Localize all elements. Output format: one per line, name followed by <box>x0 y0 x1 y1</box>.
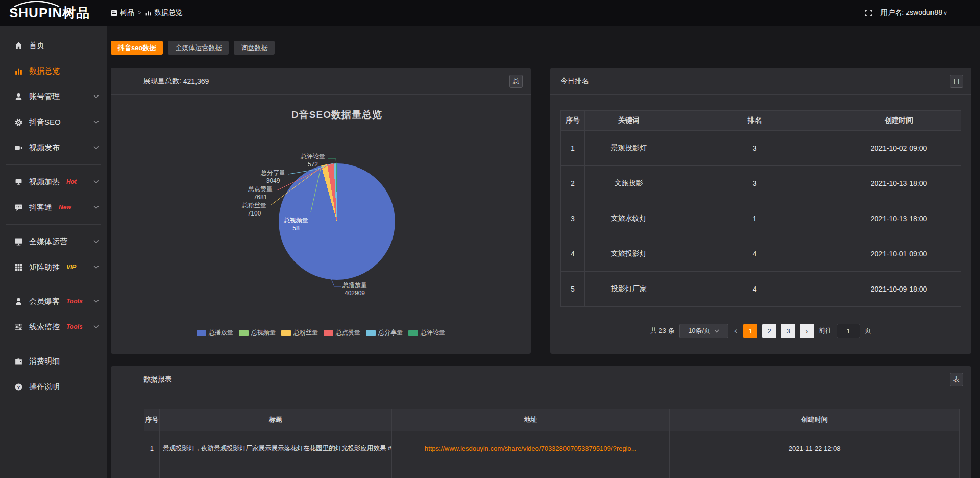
cell-index: 4 <box>561 236 585 272</box>
goto-page-input[interactable] <box>837 324 860 338</box>
table-row: 1景观投影灯32021-10-02 09:00 <box>561 131 961 166</box>
pie-label-value: 572 <box>287 160 338 169</box>
prev-page-button[interactable]: ‹ <box>733 326 739 336</box>
sidebar-item-video-heating[interactable]: 视频加热Hot <box>0 169 107 195</box>
fullscreen-icon[interactable] <box>865 9 872 17</box>
legend-item[interactable]: 总点赞量 <box>324 328 360 337</box>
page-button-2[interactable]: 2 <box>762 324 776 338</box>
video-link[interactable] <box>391 466 669 478</box>
tab-douyin-seo-data[interactable]: 抖音seo数据 <box>111 41 163 55</box>
table-view-button[interactable]: 表 <box>950 373 963 386</box>
goto-label: 前往 <box>819 326 832 336</box>
sidebar-item-home[interactable]: 首页 <box>0 33 107 58</box>
sidebar-divider <box>6 224 101 225</box>
cell-rank: 4 <box>673 272 837 307</box>
report-panel-title: 数据报表 <box>143 375 172 384</box>
pie-label-name: 总粉丝量 <box>229 201 280 209</box>
pie-label-value: 7681 <box>235 193 286 201</box>
sidebar-item-label: 账号管理 <box>29 92 60 102</box>
sidebar-item-video-publish[interactable]: 视频发布 <box>0 135 107 160</box>
sidebar-menu: 首页数据总览账号管理抖音SEO视频发布视频加热Hot抖客通New全媒体运营矩阵助… <box>0 26 107 478</box>
legend-label: 总粉丝量 <box>293 328 318 337</box>
sidebar-badge: New <box>59 204 71 211</box>
page-button-1[interactable]: 1 <box>743 324 757 338</box>
ranking-panel-header: 今日排名 日 <box>550 68 971 95</box>
cell-keyword: 文旅投影灯 <box>585 236 673 272</box>
tab-omni-media-data[interactable]: 全媒体运营数据 <box>168 41 229 55</box>
next-page-button[interactable]: › <box>800 324 814 338</box>
chevron-down-icon <box>93 94 99 99</box>
sidebar-item-account-management[interactable]: 账号管理 <box>0 84 107 109</box>
chevron-down-icon <box>93 325 99 329</box>
gear-icon <box>14 118 23 127</box>
cell-index <box>144 466 160 478</box>
table-header-row: 序号关键词排名创建时间 <box>561 111 961 131</box>
sidebar-item-label: 首页 <box>29 41 44 51</box>
page-size-select[interactable]: 10条/页 <box>679 324 728 338</box>
sidebar-item-omni-media[interactable]: 全媒体运营 <box>0 229 107 254</box>
user-menu[interactable]: 用户名: zswodun88∨ <box>880 8 947 17</box>
legend-item[interactable]: 总分享量 <box>366 328 403 337</box>
table-row: 3文旅水纹灯12021-10-13 18:00 <box>561 201 961 236</box>
sidebar-item-lead-monitor[interactable]: 线索监控Tools <box>0 314 107 340</box>
cell-created: 2021-11-22 12:08 <box>670 431 960 466</box>
cell-created <box>670 466 960 478</box>
sidebar-item-expense-detail[interactable]: 消费明细 <box>0 348 107 374</box>
sidebar-divider <box>6 164 101 165</box>
breadcrumb-root[interactable]: 树品 <box>111 8 134 17</box>
legend-item[interactable]: 总播放量 <box>197 328 233 337</box>
panel-icon <box>111 10 117 16</box>
sidebar-badge: VIP <box>66 264 76 271</box>
report-table: 序号标题地址创建时间1景观投影灯，夜游景观投影灯厂家展示展示落花灯在花园里的灯光… <box>144 409 960 478</box>
legend-swatch <box>281 330 291 336</box>
pie-label-value: 3049 <box>248 177 299 185</box>
sidebar-item-matrix-boost[interactable]: 矩阵助推VIP <box>0 254 107 280</box>
bar-chart-icon <box>14 67 23 76</box>
column-header: 地址 <box>391 409 669 431</box>
legend-item[interactable]: 总评论量 <box>408 328 445 337</box>
legend-swatch <box>324 330 333 336</box>
page-button-3[interactable]: 3 <box>781 324 795 338</box>
sidebar-item-label: 视频发布 <box>29 143 60 153</box>
video-link[interactable]: https://www.iesdouyin.com/share/video/70… <box>391 431 669 466</box>
pie-label: 总分享量3049 <box>248 169 299 185</box>
pie-label: 总视频量58 <box>271 216 322 232</box>
report-panel: 数据报表 表 序号标题地址创建时间1景观投影灯，夜游景观投影灯厂家展示展示落花灯… <box>111 366 971 478</box>
daily-view-button[interactable]: 日 <box>950 75 963 88</box>
table-row: 1景观投影灯，夜游景观投影灯厂家展示展示落花灯在花园里的灯光投影应用效果 #ht… <box>144 431 960 466</box>
breadcrumb-root-label: 树品 <box>120 8 134 17</box>
sidebar-item-douketong[interactable]: 抖客通New <box>0 195 107 220</box>
legend-item[interactable]: 总粉丝量 <box>281 328 318 337</box>
table-row: 4文旅投影灯42021-10-01 09:00 <box>561 236 961 272</box>
table-header-row: 序号标题地址创建时间 <box>144 409 960 431</box>
report-panel-header: 数据报表 表 <box>111 366 971 393</box>
sidebar-item-instructions[interactable]: ?操作说明 <box>0 374 107 399</box>
chevron-down-icon <box>93 205 99 209</box>
sidebar-item-label: 数据总览 <box>29 66 60 76</box>
cell-rank: 3 <box>673 166 837 201</box>
tab-inquiry-data[interactable]: 询盘数据 <box>234 41 275 55</box>
chevron-down-icon <box>93 265 99 269</box>
sidebar-item-member-tools[interactable]: 会员爆客Tools <box>0 289 107 314</box>
pie-label: 总粉丝量7100 <box>229 201 280 218</box>
svg-text:?: ? <box>17 384 20 389</box>
table-row: 2文旅投影32021-10-13 18:00 <box>561 166 961 201</box>
breadcrumb-current[interactable]: 数据总览 <box>145 8 183 17</box>
legend-label: 总评论量 <box>421 328 445 337</box>
sidebar-item-data-overview[interactable]: 数据总览 <box>0 58 107 84</box>
cell-keyword: 投影灯厂家 <box>585 272 673 307</box>
column-header: 关键词 <box>585 111 673 131</box>
sidebar-item-label: 视频加热 <box>29 177 60 187</box>
sidebar-item-label: 线索监控 <box>29 322 60 332</box>
pie-label-name: 总播放量 <box>329 281 380 289</box>
chevron-down-icon <box>93 120 99 124</box>
pie-label-value: 402909 <box>329 289 380 297</box>
cell-keyword: 景观投影灯 <box>585 131 673 166</box>
pie-label-name: 总点赞量 <box>235 185 286 193</box>
pie-label-name: 总评论量 <box>287 152 338 160</box>
cell-keyword: 文旅水纹灯 <box>585 201 673 236</box>
sidebar-item-douyin-seo[interactable]: 抖音SEO <box>0 109 107 135</box>
legend-swatch <box>197 330 206 336</box>
column-header: 创建时间 <box>837 111 961 131</box>
legend-item[interactable]: 总视频量 <box>239 328 276 337</box>
